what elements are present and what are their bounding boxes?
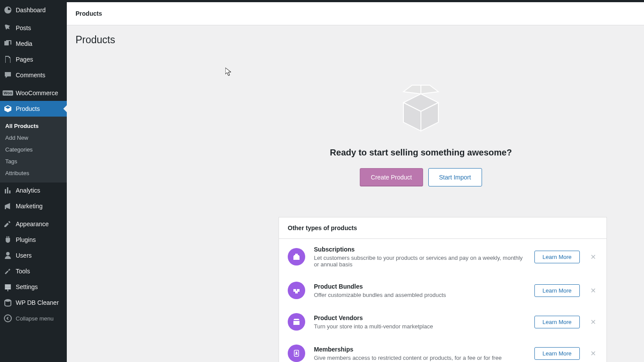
sidebar-item-label: Settings [16, 283, 38, 290]
sidebar-item-label: Comments [16, 72, 45, 79]
bundles-icon [288, 282, 305, 299]
sidebar-item-pages[interactable]: Pages [0, 52, 67, 67]
row-title: Product Vendors [314, 314, 526, 321]
row-desc: Give members access to restricted conten… [314, 355, 526, 361]
row-title: Subscriptions [314, 246, 526, 253]
panel-row-subscriptions: Subscriptions Let customers subscribe to… [279, 239, 606, 275]
sidebar-item-tools[interactable]: Tools [0, 263, 67, 279]
woocommerce-icon: Woo [3, 89, 12, 97]
other-products-panel: Other types of products Subscriptions Le… [279, 217, 607, 362]
close-icon[interactable]: ✕ [589, 286, 598, 295]
analytics-icon [3, 186, 12, 195]
vendors-icon [288, 313, 305, 331]
row-title: Memberships [314, 346, 526, 353]
sidebar-item-label: Dashboard [16, 7, 46, 14]
row-desc: Offer customizable bundles and assembled… [314, 292, 526, 298]
media-icon [3, 39, 12, 48]
sidebar-item-settings[interactable]: Settings [0, 279, 67, 295]
close-icon[interactable]: ✕ [589, 318, 598, 326]
appearance-icon [3, 220, 12, 228]
svg-point-0 [5, 299, 11, 302]
dashboard-icon [3, 6, 12, 14]
page-header-bar: Products [67, 2, 644, 25]
sidebar-item-label: Posts [16, 24, 31, 31]
learn-more-button[interactable]: Learn More [534, 284, 580, 297]
sidebar-item-posts[interactable]: Posts [0, 20, 67, 36]
svg-rect-9 [295, 291, 298, 293]
sidebar-item-wp-db-cleaner[interactable]: WP DB Cleaner [0, 295, 67, 310]
learn-more-button[interactable]: Learn More [534, 251, 580, 263]
collapse-icon [3, 314, 12, 323]
pages-icon [3, 55, 12, 64]
comments-icon [3, 71, 12, 79]
panel-row-bundles: Product Bundles Offer customizable bundl… [279, 275, 606, 306]
svg-point-11 [296, 352, 297, 353]
sidebar-item-plugins[interactable]: Plugins [0, 232, 67, 248]
sidebar-item-woocommerce[interactable]: Woo WooCommerce [0, 85, 67, 101]
panel-row-memberships: Memberships Give members access to restr… [279, 338, 606, 362]
users-icon [3, 251, 12, 260]
close-icon[interactable]: ✕ [589, 349, 598, 358]
empty-state-hero: Ready to start selling something awesome… [207, 55, 635, 200]
page-title: Products [76, 34, 635, 46]
plugins-icon [3, 235, 12, 244]
collapse-menu-button[interactable]: Collapse menu [0, 310, 67, 326]
header-title: Products [76, 10, 102, 17]
memberships-icon [288, 345, 305, 362]
box-illustration-icon [207, 81, 635, 134]
row-title: Product Bundles [314, 283, 526, 290]
create-product-button[interactable]: Create Product [360, 168, 423, 186]
database-icon [3, 298, 12, 307]
settings-icon [3, 283, 12, 291]
sidebar-item-label: Users [16, 252, 32, 259]
products-icon [3, 104, 12, 113]
sidebar-item-label: Appearance [16, 221, 49, 228]
sidebar-item-label: Products [16, 105, 40, 112]
subscriptions-icon [288, 248, 305, 265]
sidebar-item-label: WP DB Cleaner [16, 299, 59, 306]
panel-row-vendors: Product Vendors Turn your store into a m… [279, 306, 606, 338]
main-content: Products Products Ready to [67, 2, 644, 362]
sidebar-item-products[interactable]: Products [0, 101, 67, 117]
submenu-item-add-new[interactable]: Add New [0, 132, 67, 144]
sidebar-item-label: Pages [16, 56, 33, 63]
sidebar-item-comments[interactable]: Comments [0, 67, 67, 83]
sidebar-item-marketing[interactable]: Marketing [0, 198, 67, 214]
sidebar-item-label: Tools [16, 268, 30, 275]
submenu-item-tags[interactable]: Tags [0, 155, 67, 167]
sidebar-item-label: WooCommerce [16, 90, 58, 97]
marketing-icon [3, 202, 12, 210]
svg-point-1 [4, 315, 11, 322]
sidebar-item-media[interactable]: Media [0, 36, 67, 52]
learn-more-button[interactable]: Learn More [534, 316, 580, 328]
sidebar-item-label: Analytics [16, 187, 40, 194]
admin-sidebar: Dashboard Posts Media Pages Comments Woo… [0, 2, 67, 362]
sidebar-item-label: Plugins [16, 236, 36, 243]
close-icon[interactable]: ✕ [589, 253, 598, 261]
start-import-button[interactable]: Start Import [428, 168, 482, 186]
sidebar-item-analytics[interactable]: Analytics [0, 183, 67, 198]
sidebar-item-dashboard[interactable]: Dashboard [0, 2, 67, 18]
collapse-label: Collapse menu [16, 315, 54, 322]
sidebar-item-users[interactable]: Users [0, 248, 67, 263]
sidebar-item-appearance[interactable]: Appearance [0, 216, 67, 232]
pin-icon [3, 24, 12, 32]
hero-title: Ready to start selling something awesome… [207, 148, 635, 158]
panel-title: Other types of products [279, 217, 606, 239]
submenu-item-all-products[interactable]: All Products [0, 120, 67, 132]
row-desc: Let customers subscribe to your products… [314, 255, 526, 268]
submenu-item-attributes[interactable]: Attributes [0, 167, 67, 179]
tools-icon [3, 267, 12, 276]
sidebar-item-label: Media [16, 40, 32, 47]
products-submenu: All Products Add New Categories Tags Att… [0, 117, 67, 183]
sidebar-item-label: Marketing [16, 203, 42, 210]
learn-more-button[interactable]: Learn More [534, 347, 580, 360]
row-desc: Turn your store into a multi-vendor mark… [314, 323, 526, 330]
submenu-item-categories[interactable]: Categories [0, 144, 67, 155]
